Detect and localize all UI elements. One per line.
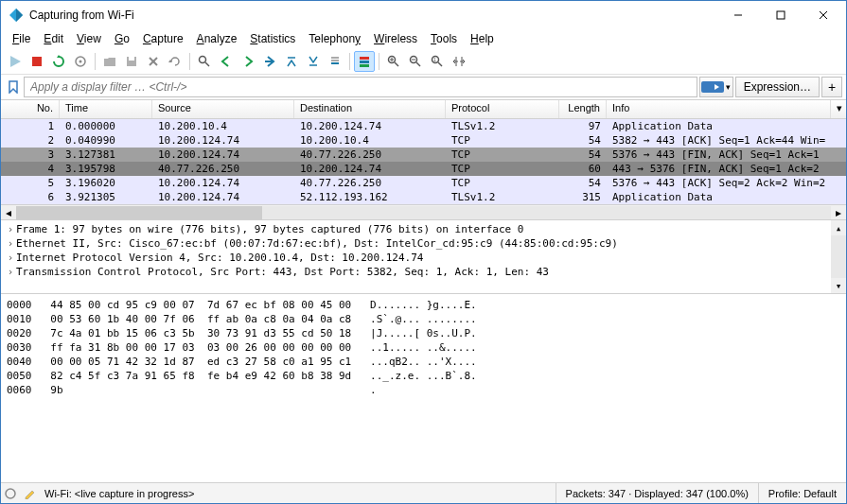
bookmark-icon[interactable] — [5, 78, 22, 96]
add-filter-button[interactable]: + — [821, 77, 842, 97]
vertical-scrollbar[interactable]: ▴ ▾ — [831, 220, 846, 293]
table-row[interactable]: 43.19579840.77.226.25010.200.124.74TCP60… — [1, 162, 846, 176]
packet-list-header: No. Time Source Destination Protocol Len… — [1, 100, 846, 119]
table-row[interactable]: 63.92130510.200.124.7452.112.193.162TLSv… — [1, 190, 846, 204]
svg-rect-34 — [701, 81, 724, 93]
tree-label: Ethernet II, Src: Cisco_67:ec:bf (00:07:… — [16, 237, 618, 250]
edit-capture-comment-icon[interactable] — [20, 488, 39, 499]
scroll-right-icon[interactable]: ▸ — [831, 205, 846, 220]
column-header-length[interactable]: Length — [559, 100, 607, 118]
menu-capture[interactable]: Capture — [137, 31, 189, 46]
svg-rect-1 — [777, 11, 785, 19]
tree-label: Internet Protocol Version 4, Src: 10.200… — [16, 252, 423, 264]
resize-columns-button[interactable] — [449, 51, 469, 72]
scroll-thumb[interactable] — [16, 206, 262, 219]
reload-button[interactable] — [165, 51, 185, 72]
display-filter-input[interactable] — [24, 77, 697, 97]
column-header-time[interactable]: Time — [60, 100, 152, 118]
capture-options-button[interactable] — [70, 51, 91, 72]
table-row[interactable]: 53.19602010.200.124.7440.77.226.250TCP54… — [1, 176, 846, 190]
menu-wireless[interactable]: Wireless — [368, 31, 423, 46]
maximize-button[interactable] — [759, 2, 802, 28]
start-capture-button[interactable] — [5, 51, 26, 72]
menu-telephony[interactable]: Telephony — [303, 31, 366, 46]
restart-capture-button[interactable] — [48, 51, 69, 72]
scroll-up-icon[interactable]: ▴ — [831, 220, 846, 235]
zoom-out-button[interactable] — [405, 51, 426, 72]
menu-go[interactable]: Go — [109, 31, 135, 46]
apply-filter-button[interactable]: ▾ — [699, 77, 733, 97]
hex-line: 0010 00 53 60 1b 40 00 7f 06 ff ab 0a c8… — [7, 313, 477, 325]
table-row[interactable]: 20.04099010.200.124.7410.200.10.4TCP5453… — [1, 133, 846, 148]
tree-label: Frame 1: 97 bytes on wire (776 bits), 97… — [16, 223, 523, 235]
status-packets: Packets: 347 · Displayed: 347 (100.0%) — [556, 483, 758, 503]
packet-list-body[interactable]: 10.00000010.200.10.410.200.124.74TLSv1.2… — [1, 119, 846, 204]
scroll-track[interactable] — [16, 206, 831, 219]
expand-icon[interactable]: › — [5, 266, 16, 278]
table-row[interactable]: 33.12738110.200.124.7440.77.226.250TCP54… — [1, 148, 846, 162]
svg-line-23 — [395, 62, 398, 66]
titlebar: Capturing from Wi-Fi — [1, 1, 846, 29]
scroll-track[interactable] — [831, 235, 846, 278]
find-button[interactable] — [194, 51, 215, 72]
status-text: Wi-Fi: <live capture in progress> — [39, 488, 556, 499]
scroll-left-icon[interactable]: ◂ — [1, 205, 16, 220]
save-file-button[interactable] — [121, 51, 142, 72]
packet-bytes-pane[interactable]: 0000 44 85 00 cd 95 c9 00 07 7d 67 ec bf… — [1, 294, 846, 482]
expand-icon[interactable]: › — [5, 237, 16, 250]
column-header-source[interactable]: Source — [152, 100, 294, 118]
close-file-button[interactable] — [143, 51, 164, 72]
scroll-down-icon[interactable]: ▾ — [831, 278, 846, 293]
svg-point-35 — [6, 489, 15, 498]
toolbar: 1 — [1, 48, 846, 75]
stop-capture-button[interactable] — [26, 51, 47, 72]
menu-view[interactable]: View — [71, 31, 107, 46]
tree-item[interactable]: ›Transmission Control Protocol, Src Port… — [1, 265, 846, 279]
horizontal-scrollbar[interactable]: ◂ ▸ — [1, 204, 846, 219]
filter-bar: ▾ Expression… + — [1, 75, 846, 99]
column-header-destination[interactable]: Destination — [294, 100, 446, 118]
expand-icon[interactable]: › — [5, 252, 16, 264]
menu-help[interactable]: Help — [465, 31, 500, 46]
svg-line-30 — [438, 62, 442, 66]
menu-edit[interactable]: Edit — [38, 31, 69, 46]
menu-file[interactable]: File — [7, 31, 36, 46]
svg-rect-4 — [32, 57, 42, 66]
column-header-info[interactable]: Info — [607, 100, 831, 118]
open-file-button[interactable] — [99, 51, 120, 72]
app-icon — [9, 8, 24, 23]
table-row[interactable]: 10.00000010.200.10.410.200.124.74TLSv1.2… — [1, 119, 846, 133]
hex-line: 0000 44 85 00 cd 95 c9 00 07 7d 67 ec bf… — [7, 299, 477, 311]
auto-scroll-button[interactable] — [325, 51, 345, 72]
colorize-button[interactable] — [354, 51, 375, 72]
go-first-button[interactable] — [281, 51, 302, 72]
expand-icon[interactable]: › — [5, 223, 16, 235]
packet-details-pane[interactable]: ›Frame 1: 97 bytes on wire (776 bits), 9… — [1, 220, 846, 294]
svg-rect-8 — [129, 57, 134, 61]
tree-item[interactable]: ›Frame 1: 97 bytes on wire (776 bits), 9… — [1, 222, 846, 236]
menu-statistics[interactable]: Statistics — [244, 31, 301, 46]
go-last-button[interactable] — [303, 51, 324, 72]
go-forward-button[interactable] — [238, 51, 258, 72]
zoom-in-button[interactable] — [383, 51, 404, 72]
status-profile[interactable]: Profile: Default — [758, 483, 846, 503]
go-back-button[interactable] — [216, 51, 237, 72]
go-to-packet-button[interactable] — [259, 51, 280, 72]
tree-item[interactable]: ›Ethernet II, Src: Cisco_67:ec:bf (00:07… — [1, 236, 846, 251]
expert-info-icon[interactable] — [1, 488, 20, 499]
hex-line: 0040 00 00 05 71 42 32 1d 87 ed c3 27 58… — [7, 356, 477, 368]
expression-button[interactable]: Expression… — [735, 77, 820, 97]
menu-tools[interactable]: Tools — [425, 31, 463, 46]
minimize-button[interactable] — [716, 2, 759, 28]
column-header-no[interactable]: No. — [1, 100, 60, 118]
zoom-reset-button[interactable]: 1 — [427, 51, 448, 72]
column-configure-icon[interactable]: ▾ — [831, 100, 846, 118]
close-button[interactable] — [802, 2, 844, 28]
hex-line: 0050 82 c4 5f c3 7a 91 65 f8 fe b4 e9 42… — [7, 370, 477, 382]
tree-item[interactable]: ›Internet Protocol Version 4, Src: 10.20… — [1, 251, 846, 265]
toolbar-separator — [379, 53, 379, 70]
column-header-protocol[interactable]: Protocol — [446, 100, 559, 118]
packet-list-pane: No. Time Source Destination Protocol Len… — [1, 99, 846, 220]
menu-analyze[interactable]: Analyze — [191, 31, 243, 46]
hex-line: 0020 7c 4a 01 bb 15 06 c3 5b 30 73 91 d3… — [7, 327, 477, 339]
